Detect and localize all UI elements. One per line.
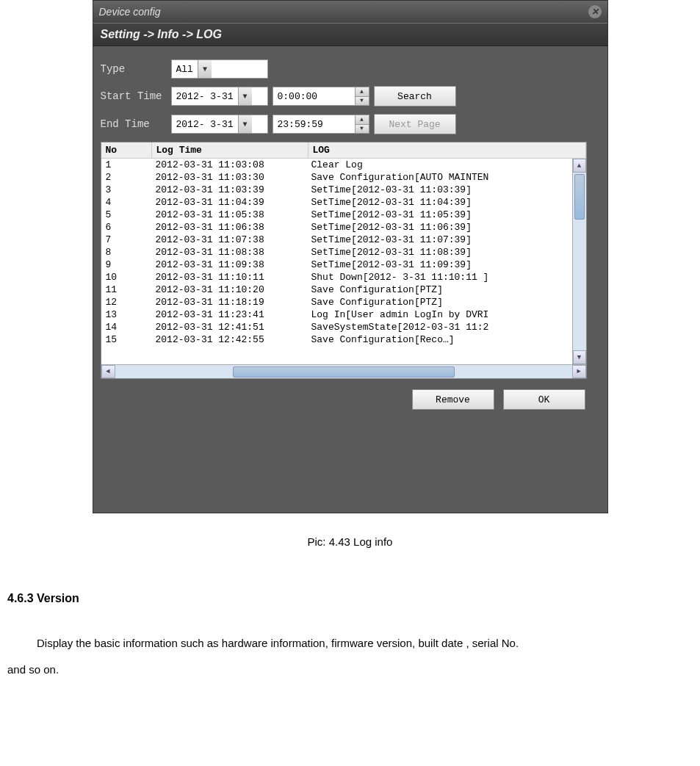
- table-row[interactable]: 92012-03-31 11:09:38SetTime[2012-03-31 1…: [101, 259, 572, 271]
- table-row[interactable]: 152012-03-31 12:42:55Save Configuration[…: [101, 333, 572, 346]
- window-titlebar: Device config ✕: [93, 1, 607, 23]
- cell-time: 2012-03-31 11:09:38: [151, 259, 307, 271]
- cell-no: 2: [101, 171, 151, 184]
- cell-no: 6: [101, 221, 151, 234]
- ok-button[interactable]: OK: [503, 389, 585, 410]
- cell-time: 2012-03-31 11:03:30: [151, 171, 307, 184]
- cell-time: 2012-03-31 11:10:11: [151, 271, 307, 283]
- cell-no: 10: [101, 271, 151, 283]
- horizontal-scrollbar[interactable]: ◄ ►: [101, 364, 586, 378]
- cell-log: Log In[User admin LogIn by DVRI: [307, 308, 572, 321]
- col-time-header[interactable]: Log Time: [152, 142, 308, 158]
- dialog-body: Type All ▼ Start Time 2012- 3-31 ▼ 0:00:…: [93, 46, 607, 513]
- spin-up-icon[interactable]: ▲: [356, 87, 369, 97]
- type-select[interactable]: All ▼: [171, 59, 268, 79]
- spin-down-icon[interactable]: ▼: [356, 125, 369, 134]
- cell-log: SetTime[2012-03-31 11:05:39]: [307, 209, 572, 221]
- table-row[interactable]: 52012-03-31 11:05:38SetTime[2012-03-31 1…: [101, 209, 572, 221]
- end-time-label: End Time: [101, 118, 167, 130]
- scroll-down-icon[interactable]: ▼: [573, 350, 586, 364]
- start-time-value: 0:00:00: [273, 91, 322, 102]
- section-body: Display the basic information such as ha…: [7, 630, 693, 683]
- spin-down-icon[interactable]: ▼: [356, 97, 369, 106]
- table-row[interactable]: 142012-03-31 12:41:51SaveSystemState[201…: [101, 321, 572, 333]
- cell-time: 2012-03-31 11:07:38: [151, 234, 307, 246]
- scroll-right-icon[interactable]: ►: [572, 365, 586, 378]
- table-row[interactable]: 22012-03-31 11:03:30Save Configuration[A…: [101, 171, 572, 184]
- table-row[interactable]: 122012-03-31 11:18:19Save Configuration[…: [101, 296, 572, 308]
- end-time-value: 23:59:59: [273, 119, 328, 130]
- scroll-track[interactable]: [573, 221, 586, 350]
- chevron-down-icon[interactable]: ▼: [198, 60, 212, 78]
- cell-log: Clear Log: [307, 159, 572, 171]
- table-row[interactable]: 32012-03-31 11:03:39SetTime[2012-03-31 1…: [101, 184, 572, 196]
- cell-no: 13: [101, 308, 151, 321]
- cell-no: 15: [101, 333, 151, 346]
- table-row[interactable]: 12012-03-31 11:03:08Clear Log: [101, 159, 572, 171]
- cell-log: SetTime[2012-03-31 11:07:39]: [307, 234, 572, 246]
- start-time-label: Start Time: [101, 90, 167, 102]
- section-text: Display the basic information such as ha…: [7, 630, 693, 657]
- col-log-header[interactable]: LOG: [308, 142, 586, 158]
- next-page-button[interactable]: Next Page: [374, 114, 456, 134]
- table-row[interactable]: 42012-03-31 11:04:39SetTime[2012-03-31 1…: [101, 196, 572, 209]
- scroll-up-icon[interactable]: ▲: [573, 159, 586, 173]
- cell-time: 2012-03-31 11:03:39: [151, 184, 307, 196]
- table-row[interactable]: 82012-03-31 11:08:38SetTime[2012-03-31 1…: [101, 246, 572, 259]
- chevron-down-icon[interactable]: ▼: [238, 115, 252, 133]
- device-config-window: Device config ✕ Setting -> Info -> LOG T…: [93, 0, 608, 513]
- cell-time: 2012-03-31 12:42:55: [151, 333, 307, 346]
- dialog-footer: Remove OK: [101, 379, 600, 410]
- table-row[interactable]: 62012-03-31 11:06:38SetTime[2012-03-31 1…: [101, 221, 572, 234]
- log-table: No Log Time LOG 12012-03-31 11:03:08Clea…: [101, 142, 587, 379]
- table-row[interactable]: 102012-03-31 11:10:11Shut Down[2012- 3-3…: [101, 271, 572, 283]
- cell-time: 2012-03-31 12:41:51: [151, 321, 307, 333]
- col-no-header[interactable]: No: [101, 142, 152, 158]
- table-row[interactable]: 72012-03-31 11:07:38SetTime[2012-03-31 1…: [101, 234, 572, 246]
- scroll-left-icon[interactable]: ◄: [101, 365, 115, 378]
- remove-button[interactable]: Remove: [412, 389, 494, 410]
- vertical-scrollbar[interactable]: ▲ ▼: [572, 159, 586, 364]
- table-body: 12012-03-31 11:03:08Clear Log22012-03-31…: [101, 159, 572, 364]
- search-button[interactable]: Search: [374, 86, 456, 106]
- window-title: Device config: [99, 6, 161, 18]
- breadcrumb: Setting -> Info -> LOG: [93, 23, 607, 46]
- cell-time: 2012-03-31 11:06:38: [151, 221, 307, 234]
- cell-log: SetTime[2012-03-31 11:04:39]: [307, 196, 572, 209]
- spin-up-icon[interactable]: ▲: [356, 115, 369, 125]
- cell-time: 2012-03-31 11:23:41: [151, 308, 307, 321]
- cell-log: SaveSystemState[2012-03-31 11:2: [307, 321, 572, 333]
- cell-no: 4: [101, 196, 151, 209]
- time-spinner[interactable]: ▲▼: [355, 115, 369, 133]
- type-label: Type: [101, 63, 167, 75]
- cell-log: SetTime[2012-03-31 11:09:39]: [307, 259, 572, 271]
- cell-time: 2012-03-31 11:04:39: [151, 196, 307, 209]
- cell-time: 2012-03-31 11:08:38: [151, 246, 307, 259]
- scroll-thumb[interactable]: [233, 366, 455, 377]
- cell-no: 11: [101, 283, 151, 296]
- cell-time: 2012-03-31 11:18:19: [151, 296, 307, 308]
- table-row[interactable]: 132012-03-31 11:23:41Log In[User admin L…: [101, 308, 572, 321]
- end-date-select[interactable]: 2012- 3-31 ▼: [171, 115, 268, 134]
- table-header: No Log Time LOG: [101, 142, 586, 159]
- start-time-input[interactable]: 0:00:00 ▲▼: [273, 87, 369, 106]
- end-time-input[interactable]: 23:59:59 ▲▼: [273, 115, 369, 134]
- cell-no: 1: [101, 159, 151, 171]
- figure-caption: Pic: 4.43 Log info: [0, 535, 700, 548]
- section-text: and so on.: [7, 657, 693, 683]
- table-row[interactable]: 112012-03-31 11:10:20Save Configuration[…: [101, 283, 572, 296]
- cell-no: 14: [101, 321, 151, 333]
- chevron-down-icon[interactable]: ▼: [238, 87, 252, 105]
- time-spinner[interactable]: ▲▼: [355, 87, 369, 105]
- cell-time: 2012-03-31 11:05:38: [151, 209, 307, 221]
- start-date-select[interactable]: 2012- 3-31 ▼: [171, 87, 268, 106]
- cell-no: 8: [101, 246, 151, 259]
- section-heading: 4.6.3 Version: [7, 592, 700, 605]
- cell-log: Save Configuration[PTZ]: [307, 283, 572, 296]
- cell-log: SetTime[2012-03-31 11:03:39]: [307, 184, 572, 196]
- close-icon[interactable]: ✕: [588, 5, 602, 18]
- scroll-track[interactable]: [115, 365, 572, 378]
- scroll-thumb[interactable]: [574, 174, 585, 220]
- cell-no: 7: [101, 234, 151, 246]
- cell-no: 12: [101, 296, 151, 308]
